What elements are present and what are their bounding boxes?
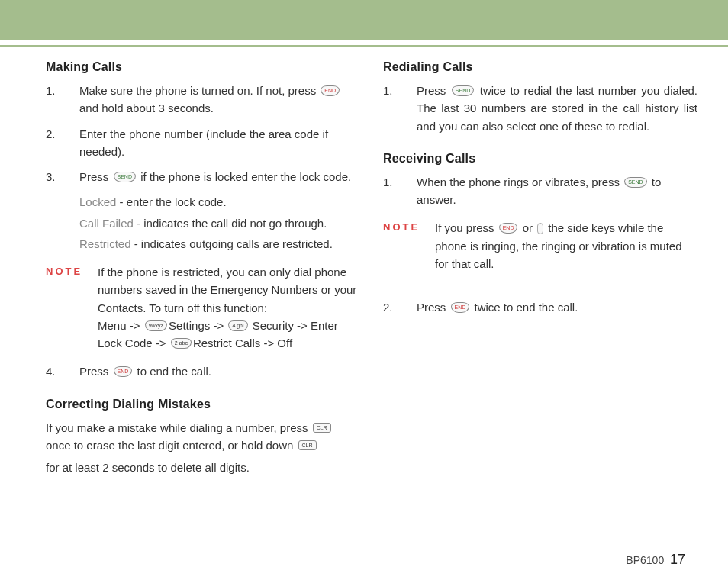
sub-locked: Locked - enter the lock code. <box>46 193 360 211</box>
heading-redialing: Redialing Calls <box>383 60 697 74</box>
text: If you press <box>435 221 498 234</box>
text: - indicates the call did not go through. <box>134 217 327 230</box>
text: - enter the lock code. <box>116 195 226 208</box>
key-9-icon: 9wxyz <box>145 320 167 331</box>
end-key-icon: END <box>321 85 340 96</box>
step-number: 3. <box>46 168 79 185</box>
note-body: If the phone is restricted, you can only… <box>98 263 360 352</box>
step-number: 1. <box>46 82 79 118</box>
step-body: Press SEND if the phone is locked enter … <box>79 168 360 185</box>
step-1: 1. Press SEND twice to redial the last n… <box>383 82 697 135</box>
send-key-icon: SEND <box>624 177 646 188</box>
header-banner <box>0 0 728 40</box>
text: Press <box>417 84 450 97</box>
text: When the phone rings or vibrates, press <box>417 176 623 188</box>
label: Locked <box>79 195 116 208</box>
key-4-icon: 4 ghi <box>228 320 247 331</box>
text: Make sure the phone is turned on. If not… <box>79 84 319 97</box>
footer: BP6100 17 <box>626 552 685 568</box>
step-body: Make sure the phone is turned on. If not… <box>79 82 360 118</box>
note-label: NOTE <box>383 219 435 272</box>
step-body: When the phone rings or vibrates, press … <box>417 173 697 209</box>
text: or <box>519 221 536 234</box>
model-number: BP6100 <box>626 554 664 566</box>
label: Restricted <box>79 237 131 250</box>
page-number: 17 <box>670 552 685 567</box>
note-restricted: NOTE If the phone is restricted, you can… <box>46 263 360 352</box>
clr-key-icon: CLR <box>298 440 317 450</box>
send-key-icon: SEND <box>452 85 474 96</box>
left-column: Making Calls 1. Make sure the phone is t… <box>46 60 360 481</box>
sub-call-failed: Call Failed - indicates the call did not… <box>46 214 360 232</box>
text: If you make a mistake while dialing a nu… <box>46 421 311 434</box>
right-column: Redialing Calls 1. Press SEND twice to r… <box>383 60 697 481</box>
heading-making-calls: Making Calls <box>46 60 360 74</box>
step-body: Press END to end the call. <box>79 362 360 380</box>
text: Restrict Calls -> Off <box>193 337 292 349</box>
text: twice to end the call. <box>471 301 578 314</box>
step-4: 4. Press END to end the call. <box>46 362 360 380</box>
end-key-icon: END <box>451 302 470 313</box>
step-1: 1. Make sure the phone is turned on. If … <box>46 82 360 118</box>
step-number: 1. <box>383 82 417 135</box>
step-body: Enter the phone number (include the area… <box>79 125 360 161</box>
step-body: Press END twice to end the call. <box>417 298 697 316</box>
label: Call Failed <box>79 217 134 230</box>
text: Press <box>79 170 112 183</box>
heading-correcting: Correcting Dialing Mistakes <box>46 398 360 411</box>
text: Press <box>417 301 449 314</box>
text: and hold about 3 seconds. <box>79 101 214 114</box>
note-body: If you press END or the side keys while … <box>435 219 697 272</box>
text: Press <box>79 365 112 378</box>
text: once to erase the last digit entered, or… <box>46 439 297 452</box>
step-2: 2. Press END twice to end the call. <box>383 298 697 316</box>
sub-restricted: Restricted - indicates outgoing calls ar… <box>46 235 360 253</box>
step-number: 1. <box>383 173 417 209</box>
step-body: Press SEND twice to redial the last numb… <box>417 82 697 135</box>
paragraph: for at least 2 seconds to delete all dig… <box>46 459 360 476</box>
note-label: NOTE <box>46 263 98 352</box>
side-key-icon <box>537 223 543 234</box>
text: if the phone is locked enter the lock co… <box>137 170 351 183</box>
text: If the phone is restricted, you can only… <box>98 266 356 314</box>
text: to end the call. <box>134 365 211 378</box>
step-1: 1. When the phone rings or vibrates, pre… <box>383 173 697 209</box>
send-key-icon: SEND <box>114 172 136 182</box>
key-2-icon: 2 abc <box>171 338 192 349</box>
text: Settings -> <box>169 319 227 332</box>
clr-key-icon: CLR <box>313 423 331 433</box>
end-key-icon: END <box>114 366 133 377</box>
step-3: 3. Press SEND if the phone is locked ent… <box>46 168 360 185</box>
end-key-icon: END <box>499 223 518 234</box>
step-number: 2. <box>383 298 417 316</box>
step-2: 2. Enter the phone number (include the a… <box>46 125 360 161</box>
footer-rule <box>382 546 685 546</box>
text: - indicates outgoing calls are restricte… <box>131 237 333 250</box>
heading-receiving: Receiving Calls <box>383 152 697 166</box>
note-mute: NOTE If you press END or the side keys w… <box>383 219 697 272</box>
page-content: Making Calls 1. Make sure the phone is t… <box>0 47 728 481</box>
step-number: 4. <box>46 362 79 380</box>
step-number: 2. <box>46 125 79 161</box>
text: Menu -> <box>98 319 143 332</box>
paragraph: If you make a mistake while dialing a nu… <box>46 419 360 455</box>
